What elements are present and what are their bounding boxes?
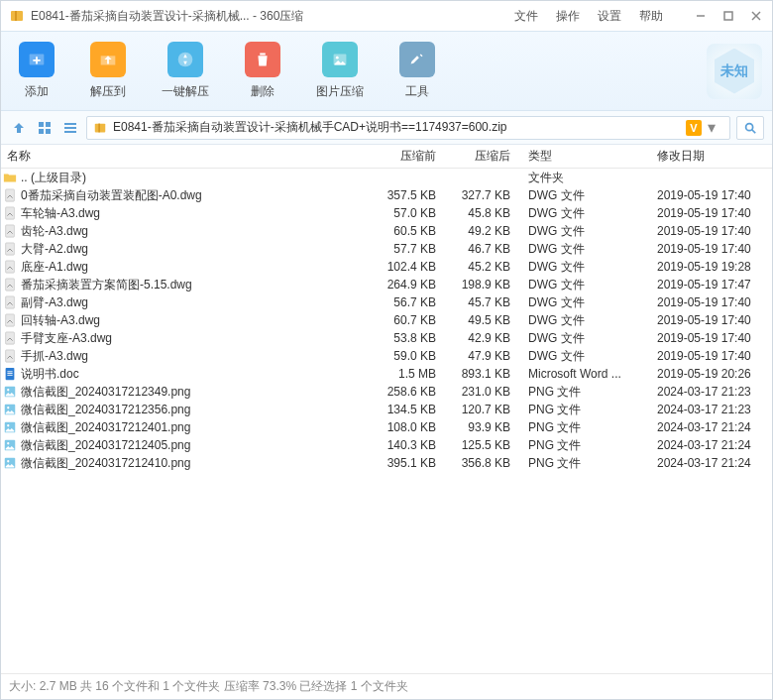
header-before[interactable]: 压缩前 xyxy=(368,148,442,165)
svg-rect-11 xyxy=(46,122,51,127)
header-after[interactable]: 压缩后 xyxy=(442,148,516,165)
close-button[interactable] xyxy=(748,8,764,24)
tools-icon xyxy=(399,42,435,77)
file-date: 2019-05-19 17:40 xyxy=(645,188,772,202)
table-row[interactable]: 微信截图_20240317212405.png140.3 KB125.5 KBP… xyxy=(1,436,772,454)
file-date: 2019-05-19 17:40 xyxy=(645,224,772,238)
app-icon xyxy=(9,8,25,24)
svg-rect-3 xyxy=(724,12,732,20)
extract-to-button[interactable]: 解压到 xyxy=(82,38,134,104)
file-rows: .. (上级目录)文件夹0番茄采摘自动装置装配图-A0.dwg357.5 KB3… xyxy=(1,169,772,673)
file-icon xyxy=(3,313,17,327)
svg-point-36 xyxy=(7,389,9,391)
table-row[interactable]: 齿轮-A3.dwg60.5 KB49.2 KBDWG 文件2019-05-19 … xyxy=(1,222,772,240)
file-icon xyxy=(3,188,17,202)
table-row[interactable]: 大臂-A2.dwg57.7 KB46.7 KBDWG 文件2019-05-19 … xyxy=(1,240,772,258)
file-name: 齿轮-A3.dwg xyxy=(21,223,88,240)
menu-file[interactable]: 文件 xyxy=(514,8,538,25)
delete-button[interactable]: 删除 xyxy=(237,38,288,104)
search-button[interactable] xyxy=(736,116,764,140)
table-row[interactable]: 回转轴-A3.dwg60.7 KB49.5 KBDWG 文件2019-05-19… xyxy=(1,311,772,329)
file-type: DWG 文件 xyxy=(516,312,645,329)
file-date: 2024-03-17 21:23 xyxy=(645,403,772,416)
file-name: 0番茄采摘自动装置装配图-A0.dwg xyxy=(21,187,202,204)
table-row[interactable]: 手臂支座-A3.dwg53.8 KB42.9 KBDWG 文件2019-05-1… xyxy=(1,329,772,347)
image-compress-icon xyxy=(322,42,358,77)
table-row[interactable]: 说明书.doc1.5 MB893.1 KBMicrosoft Word ...2… xyxy=(1,365,772,383)
menu-settings[interactable]: 设置 xyxy=(598,8,621,25)
size-before: 258.6 KB xyxy=(368,385,442,399)
grid-view-icon[interactable] xyxy=(35,118,55,138)
table-row[interactable]: 手抓-A3.dwg59.0 KB47.9 KBDWG 文件2019-05-19 … xyxy=(1,347,772,365)
list-view-icon[interactable] xyxy=(60,118,80,138)
svg-rect-1 xyxy=(15,11,17,21)
table-row[interactable]: 0番茄采摘自动装置装配图-A0.dwg357.5 KB327.7 KBDWG 文… xyxy=(1,186,772,204)
maximize-button[interactable] xyxy=(720,8,736,24)
size-before: 59.0 KB xyxy=(368,349,442,363)
size-before: 108.0 KB xyxy=(368,420,442,434)
oneclick-label: 一键解压 xyxy=(162,83,209,100)
svg-rect-34 xyxy=(7,375,12,376)
svg-rect-33 xyxy=(7,373,12,374)
file-date: 2019-05-19 17:40 xyxy=(645,313,772,327)
up-icon[interactable] xyxy=(9,118,29,138)
one-click-extract-button[interactable]: 一键解压 xyxy=(154,38,217,104)
window-title: E0841-番茄采摘自动装置设计-采摘机械... - 360压缩 xyxy=(31,8,303,25)
file-name: 手抓-A3.dwg xyxy=(21,348,88,365)
size-after: 47.9 KB xyxy=(442,349,516,363)
file-icon xyxy=(3,171,17,184)
table-row[interactable]: 微信截图_20240317212356.png134.5 KB120.7 KBP… xyxy=(1,401,772,418)
table-row[interactable]: 底座-A1.dwg102.4 KB45.2 KBDWG 文件2019-05-19… xyxy=(1,258,772,276)
size-after: 45.7 KB xyxy=(442,295,516,309)
table-row[interactable]: 车轮轴-A3.dwg57.0 KB45.8 KBDWG 文件2019-05-19… xyxy=(1,204,772,222)
table-row[interactable]: .. (上级目录)文件夹 xyxy=(1,169,772,186)
header-name[interactable]: 名称 xyxy=(1,148,368,165)
minimize-button[interactable] xyxy=(693,8,709,24)
svg-rect-14 xyxy=(64,123,76,125)
size-before: 1.5 MB xyxy=(368,367,442,381)
file-type: PNG 文件 xyxy=(516,437,645,454)
file-type: DWG 文件 xyxy=(516,330,645,347)
header-date[interactable]: 修改日期 xyxy=(645,148,772,165)
add-button[interactable]: 添加 xyxy=(11,38,62,104)
add-label: 添加 xyxy=(25,83,49,100)
path-input[interactable]: E0841-番茄采摘自动装置设计-采摘机械手CAD+说明书==1174937=6… xyxy=(86,116,730,140)
menu-operate[interactable]: 操作 xyxy=(556,8,580,25)
table-row[interactable]: 微信截图_20240317212349.png258.6 KB231.0 KBP… xyxy=(1,383,772,401)
size-before: 134.5 KB xyxy=(368,403,442,416)
svg-point-9 xyxy=(336,57,339,59)
header-type[interactable]: 类型 xyxy=(516,148,645,165)
size-after: 46.7 KB xyxy=(442,242,516,256)
file-type: DWG 文件 xyxy=(516,294,645,311)
menu-bar: 文件 操作 设置 帮助 xyxy=(514,8,663,25)
file-date: 2019-05-19 20:26 xyxy=(645,367,772,381)
statusbar: 大小: 2.7 MB 共 16 个文件和 1 个文件夹 压缩率 73.3% 已经… xyxy=(1,673,772,699)
table-row[interactable]: 番茄采摘装置方案简图-5.15.dwg264.9 KB198.9 KBDWG 文… xyxy=(1,276,772,293)
file-icon xyxy=(3,206,17,220)
size-after: 893.1 KB xyxy=(442,367,516,381)
size-after: 49.2 KB xyxy=(442,224,516,238)
file-icon xyxy=(3,367,17,381)
size-after: 120.7 KB xyxy=(442,403,516,416)
file-icon xyxy=(3,456,17,470)
size-after: 45.2 KB xyxy=(442,260,516,274)
unknown-badge[interactable]: 未知 xyxy=(707,44,762,99)
table-row[interactable]: 微信截图_20240317212410.png395.1 KB356.8 KBP… xyxy=(1,454,772,472)
file-icon xyxy=(3,224,17,238)
svg-rect-16 xyxy=(64,131,76,133)
tools-button[interactable]: 工具 xyxy=(391,38,443,104)
menu-help[interactable]: 帮助 xyxy=(639,8,663,25)
size-before: 53.8 KB xyxy=(368,331,442,345)
file-icon xyxy=(3,438,17,452)
table-row[interactable]: 微信截图_20240317212401.png108.0 KB93.9 KBPN… xyxy=(1,418,772,436)
svg-line-20 xyxy=(752,129,756,133)
column-headers: 名称 压缩前 压缩后 类型 修改日期 xyxy=(1,145,772,169)
add-icon xyxy=(19,42,55,77)
size-before: 57.7 KB xyxy=(368,242,442,256)
file-icon xyxy=(3,295,17,309)
status-text: 大小: 2.7 MB 共 16 个文件和 1 个文件夹 压缩率 73.3% 已经… xyxy=(9,678,408,695)
image-compress-button[interactable]: 图片压缩 xyxy=(308,38,372,104)
pathbar: E0841-番茄采摘自动装置设计-采摘机械手CAD+说明书==1174937=6… xyxy=(1,111,772,145)
table-row[interactable]: 副臂-A3.dwg56.7 KB45.7 KBDWG 文件2019-05-19 … xyxy=(1,293,772,311)
path-dropdown-icon[interactable]: ▾ xyxy=(708,118,723,137)
